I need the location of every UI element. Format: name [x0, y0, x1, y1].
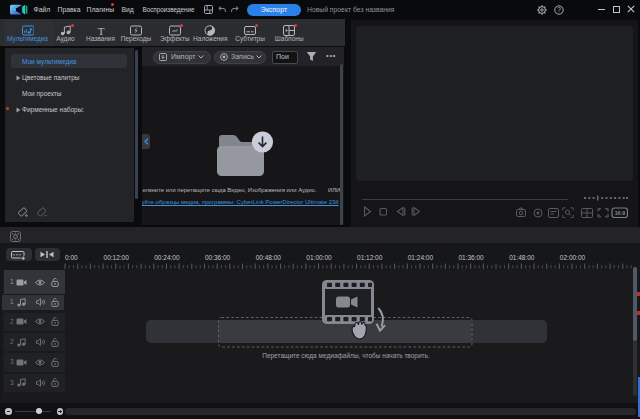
svg-text:?: ?: [557, 6, 561, 13]
svg-text:16:9: 16:9: [615, 210, 625, 216]
